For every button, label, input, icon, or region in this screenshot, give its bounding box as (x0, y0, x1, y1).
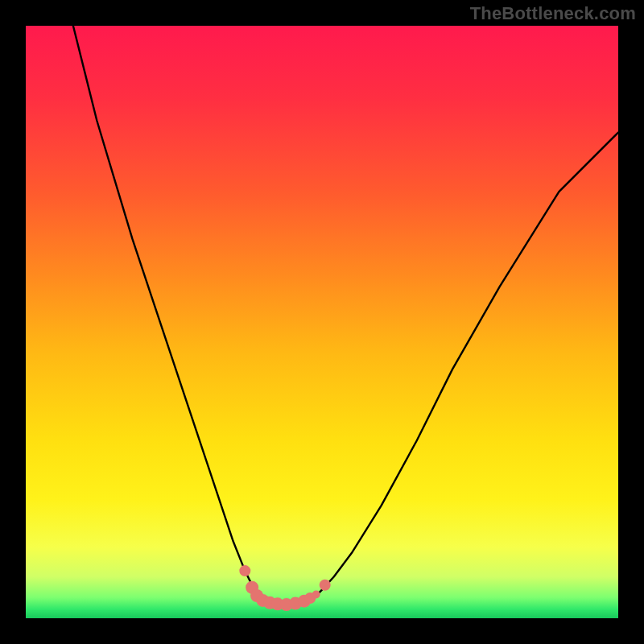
watermark-text: TheBottleneck.com (470, 3, 636, 24)
chart-frame: TheBottleneck.com (0, 0, 644, 644)
trough-marker (320, 580, 331, 591)
trough-marker (312, 591, 320, 599)
bottleneck-chart (26, 26, 618, 618)
trough-marker (239, 565, 250, 576)
plot-background (26, 26, 618, 618)
